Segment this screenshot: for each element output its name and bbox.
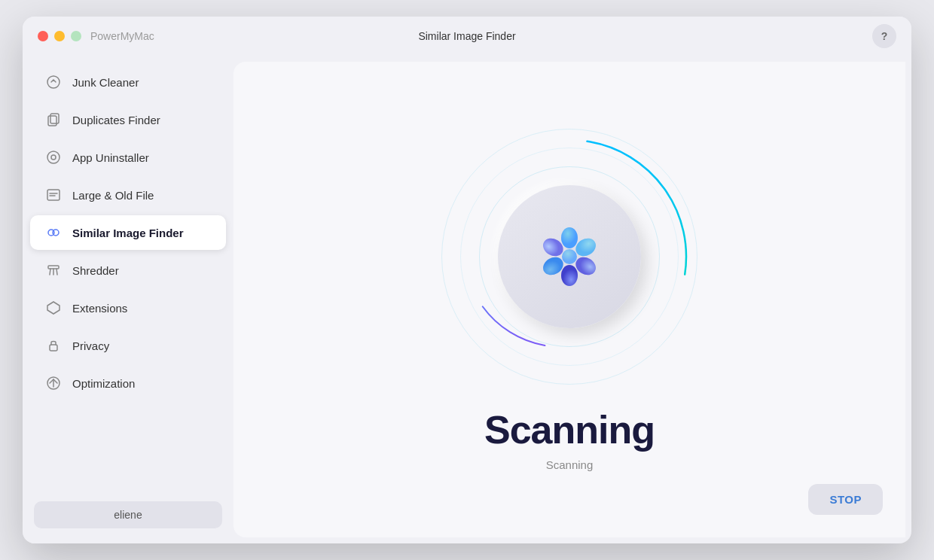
scanning-title: Scanning bbox=[484, 407, 655, 452]
main-content: Junk Cleaner Duplicates Finder bbox=[23, 56, 911, 543]
sidebar-label-similar-image-finder: Similar Image Finder bbox=[72, 227, 184, 239]
junk-cleaner-icon bbox=[45, 74, 62, 90]
sidebar-item-privacy[interactable]: Privacy bbox=[30, 328, 226, 363]
svg-rect-5 bbox=[47, 190, 60, 200]
svg-point-7 bbox=[53, 230, 59, 236]
close-button[interactable] bbox=[38, 31, 48, 41]
maximize-button[interactable] bbox=[71, 31, 81, 41]
duplicates-finder-icon bbox=[45, 111, 62, 128]
sidebar-item-large-old-file[interactable]: Large & Old File bbox=[30, 178, 226, 212]
app-name: PowerMyMac bbox=[90, 30, 154, 42]
similar-image-finder-icon bbox=[45, 224, 62, 241]
privacy-icon bbox=[45, 337, 62, 354]
optimization-icon bbox=[45, 375, 62, 391]
sidebar-label-shredder: Shredder bbox=[72, 264, 119, 277]
scanning-subtitle: Scanning bbox=[546, 458, 594, 471]
sidebar-label-large-old-file: Large & Old File bbox=[72, 189, 154, 202]
sidebar-item-junk-cleaner[interactable]: Junk Cleaner bbox=[30, 65, 226, 99]
user-button[interactable]: eliene bbox=[34, 501, 222, 528]
sidebar-label-privacy: Privacy bbox=[72, 339, 109, 352]
content-area: Scanning Scanning STOP bbox=[233, 62, 905, 537]
svg-rect-9 bbox=[50, 345, 57, 351]
svg-point-3 bbox=[47, 151, 60, 163]
extensions-icon bbox=[45, 300, 62, 316]
sidebar: Junk Cleaner Duplicates Finder bbox=[23, 56, 233, 543]
app-uninstaller-icon bbox=[45, 149, 62, 166]
app-window: PowerMyMac Similar Image Finder ? Junk C… bbox=[23, 17, 911, 543]
sidebar-label-extensions: Extensions bbox=[72, 302, 127, 315]
minimize-button[interactable] bbox=[54, 31, 65, 41]
sidebar-item-app-uninstaller[interactable]: App Uninstaller bbox=[30, 140, 226, 175]
stop-button[interactable]: STOP bbox=[808, 484, 883, 515]
scan-animation bbox=[441, 129, 697, 385]
scanning-big-text: Scanning bbox=[484, 407, 655, 458]
title-bar: PowerMyMac Similar Image Finder ? bbox=[23, 17, 911, 56]
shredder-icon bbox=[45, 262, 62, 278]
sidebar-item-shredder[interactable]: Shredder bbox=[30, 253, 226, 288]
svg-point-17 bbox=[561, 265, 578, 286]
sidebar-item-optimization[interactable]: Optimization bbox=[30, 366, 226, 400]
inner-disk bbox=[498, 185, 641, 328]
sidebar-label-app-uninstaller: App Uninstaller bbox=[72, 151, 149, 164]
svg-point-0 bbox=[47, 76, 60, 88]
sidebar-label-junk-cleaner: Junk Cleaner bbox=[72, 76, 139, 89]
help-button[interactable]: ? bbox=[872, 24, 896, 48]
svg-point-4 bbox=[51, 155, 56, 160]
sidebar-label-duplicates-finder: Duplicates Finder bbox=[72, 114, 160, 126]
svg-point-20 bbox=[562, 249, 577, 264]
large-old-file-icon bbox=[45, 187, 62, 203]
svg-rect-1 bbox=[48, 116, 56, 126]
traffic-lights bbox=[38, 31, 81, 41]
svg-point-14 bbox=[561, 227, 578, 248]
sidebar-item-extensions[interactable]: Extensions bbox=[30, 291, 226, 325]
window-title: Similar Image Finder bbox=[418, 30, 515, 42]
svg-rect-2 bbox=[50, 114, 59, 123]
sidebar-label-optimization: Optimization bbox=[72, 377, 135, 390]
flower-icon bbox=[536, 223, 603, 291]
sidebar-item-similar-image-finder[interactable]: Similar Image Finder bbox=[30, 215, 226, 250]
sidebar-item-duplicates-finder[interactable]: Duplicates Finder bbox=[30, 102, 226, 137]
